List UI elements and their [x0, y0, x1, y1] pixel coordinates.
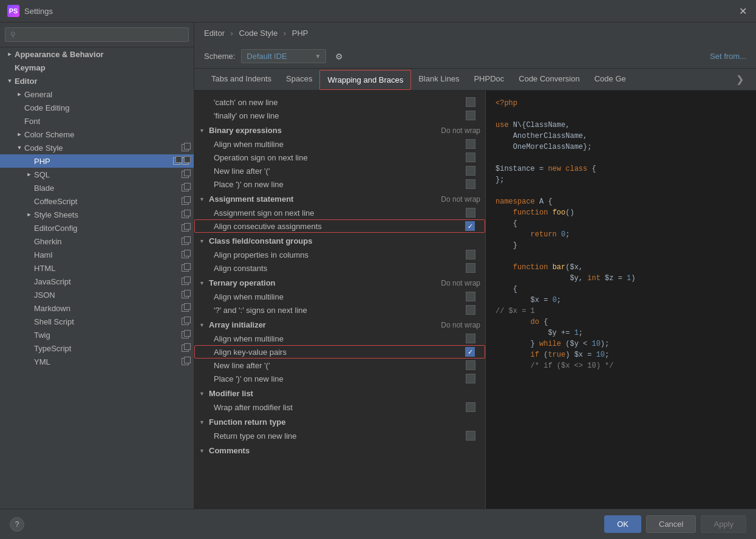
group-function-return-type: ▼ Function return type Return type on ne… — [194, 415, 485, 442]
checkbox-align-multiline-array[interactable] — [466, 334, 475, 343]
group-class-field: ▼ Class field/constant groups Align prop… — [194, 234, 485, 275]
sidebar-item-style-sheets[interactable]: Style Sheets — [0, 208, 194, 221]
sidebar-item-php[interactable]: PHP — [0, 154, 194, 168]
sidebar-item-yml[interactable]: YML — [0, 355, 194, 368]
sidebar-item-haml[interactable]: Haml — [0, 248, 194, 261]
checkbox-qmark-colon-next-line[interactable] — [466, 305, 475, 315]
sidebar-item-twig[interactable]: Twig — [0, 328, 194, 342]
tab-tabs-and-indents[interactable]: Tabs and Indents — [204, 69, 279, 89]
copy-icon-shell-script — [182, 318, 189, 325]
tab-more-icon[interactable]: ❯ — [734, 69, 746, 90]
tree-arrow-color-scheme — [15, 129, 24, 139]
tree-arrow-code-style — [15, 143, 24, 153]
sidebar-item-markdown[interactable]: Markdown — [0, 301, 194, 315]
copy-icon-twig — [182, 331, 189, 338]
sidebar-item-coffeescript[interactable]: CoffeeScript — [0, 194, 194, 208]
tab-spaces[interactable]: Spaces — [279, 69, 319, 89]
ok-button[interactable]: OK — [604, 515, 641, 533]
setting-op-sign-next-line: Operation sign on next line — [194, 151, 485, 164]
sidebar-item-javascript[interactable]: JavaScript — [0, 275, 194, 288]
sidebar-item-code-style[interactable]: Code Style — [0, 141, 194, 154]
sidebar-item-editorconfig[interactable]: EditorConfig — [0, 221, 194, 235]
sidebar-item-sql[interactable]: SQL — [0, 168, 194, 181]
group-arrow-assignment: ▼ — [199, 196, 209, 202]
group-header-ternary[interactable]: ▼ Ternary operation Do not wrap — [194, 276, 485, 290]
group-modifier-list: ▼ Modifier list Wrap after modifier list — [194, 386, 485, 414]
checkbox-align-multiline-ternary[interactable] — [466, 292, 475, 301]
setting-align-multiline-bin: Align when multiline — [194, 137, 485, 151]
tabs-bar: Tabs and Indents Spaces Wrapping and Bra… — [194, 69, 756, 91]
sidebar-item-shell-script[interactable]: Shell Script — [0, 315, 194, 328]
code-preview: <?php use N\{ClassName, AnotherClassName… — [486, 91, 756, 509]
tab-wrapping-and-braces[interactable]: Wrapping and Braces — [319, 70, 411, 90]
checkbox-catch-new-line[interactable] — [466, 97, 475, 107]
checkbox-return-type-new-line[interactable] — [466, 431, 475, 441]
search-box — [0, 22, 194, 47]
group-header-binary[interactable]: ▼ Binary expressions Do not wrap — [194, 123, 485, 137]
setting-place-rparen-array: Place ')' on new line — [194, 372, 485, 385]
sidebar-item-editor[interactable]: Editor — [0, 74, 194, 88]
group-binary-expressions: ▼ Binary expressions Do not wrap Align w… — [194, 123, 485, 191]
checkbox-new-line-after-paren-bin[interactable] — [466, 166, 475, 176]
group-arrow-binary: ▼ — [199, 128, 209, 134]
copy-icon-gherkin — [182, 238, 189, 245]
checkbox-op-sign-next-line[interactable] — [466, 153, 475, 162]
setting-align-key-value-pairs: Align key-value pairs ✓ — [194, 345, 485, 359]
checkbox-align-props-columns[interactable] — [466, 250, 475, 259]
checkbox-wrap-after-modifier[interactable] — [466, 402, 475, 412]
group-arrow-comments: ▼ — [199, 448, 209, 454]
close-button[interactable]: ✕ — [737, 5, 749, 17]
checkbox-align-key-value-pairs[interactable]: ✓ — [465, 347, 475, 357]
group-header-function-return[interactable]: ▼ Function return type — [194, 415, 485, 429]
group-arrow-ternary: ▼ — [199, 280, 209, 286]
sidebar-item-gherkin[interactable]: Gherkin — [0, 235, 194, 248]
group-header-comments[interactable]: ▼ Comments — [194, 444, 485, 458]
sidebar-item-font[interactable]: Font — [0, 114, 194, 128]
search-input[interactable] — [5, 27, 189, 42]
set-from-link[interactable]: Set from... — [710, 52, 746, 61]
help-button[interactable]: ? — [10, 517, 24, 532]
group-arrow-function-return: ▼ — [199, 419, 209, 425]
tab-phpdoc[interactable]: PHPDoc — [466, 69, 511, 89]
tab-code-conversion[interactable]: Code Conversion — [511, 69, 587, 89]
checkbox-assign-sign-next-line[interactable] — [466, 208, 475, 218]
checkbox-new-line-after-paren-array[interactable] — [466, 360, 475, 370]
setting-qmark-colon-next-line: '?' and ':' signs on next line — [194, 303, 485, 317]
sidebar-item-json[interactable]: JSON — [0, 288, 194, 301]
copy-icon-yml — [182, 358, 189, 365]
group-header-array[interactable]: ▼ Array initializer Do not wrap — [194, 318, 485, 332]
sidebar-item-keymap[interactable]: Keymap — [0, 61, 194, 74]
group-header-class-field[interactable]: ▼ Class field/constant groups — [194, 234, 485, 248]
checkbox-align-multiline-bin[interactable] — [466, 139, 475, 149]
group-assignment-statement: ▼ Assignment statement Do not wrap Assig… — [194, 192, 485, 233]
tree-arrow-general — [15, 89, 24, 99]
setting-assign-sign-next-line: Assignment sign on next line — [194, 206, 485, 219]
sidebar-item-general[interactable]: General — [0, 88, 194, 101]
scheme-select[interactable]: Default IDE ▼ — [241, 49, 326, 63]
checkbox-place-rparen-bin[interactable] — [466, 179, 475, 189]
apply-button[interactable]: Apply — [701, 515, 746, 533]
copy-icon-haml — [182, 251, 189, 258]
checkbox-place-rparen-array[interactable] — [466, 374, 475, 383]
tab-code-ge[interactable]: Code Ge — [587, 69, 633, 89]
sidebar-item-color-scheme[interactable]: Color Scheme — [0, 128, 194, 141]
sidebar-item-blade[interactable]: Blade — [0, 181, 194, 194]
group-arrow-class-field: ▼ — [199, 238, 209, 244]
checkbox-finally-new-line[interactable] — [466, 111, 475, 120]
sidebar-item-appearance[interactable]: Appearance & Behavior — [0, 47, 194, 61]
checkbox-align-consecutive-assignments[interactable]: ✓ — [465, 221, 475, 231]
sidebar-item-typescript[interactable]: TypeScript — [0, 342, 194, 355]
copy-icon-blade — [182, 184, 189, 191]
gear-icon[interactable]: ⚙ — [332, 50, 346, 63]
cancel-button[interactable]: Cancel — [646, 515, 696, 533]
group-header-assignment[interactable]: ▼ Assignment statement Do not wrap — [194, 192, 485, 206]
title-bar-left: PS Settings — [7, 5, 53, 17]
copy-icon-code-style — [182, 144, 189, 151]
checkbox-align-constants[interactable] — [466, 263, 475, 273]
sidebar-item-html[interactable]: HTML — [0, 261, 194, 275]
copy-icon-html — [182, 264, 189, 272]
tab-blank-lines[interactable]: Blank Lines — [411, 69, 466, 89]
group-header-modifier[interactable]: ▼ Modifier list — [194, 386, 485, 400]
setting-align-constants: Align constants — [194, 261, 485, 275]
sidebar-item-code-editing[interactable]: Code Editing — [0, 101, 194, 114]
